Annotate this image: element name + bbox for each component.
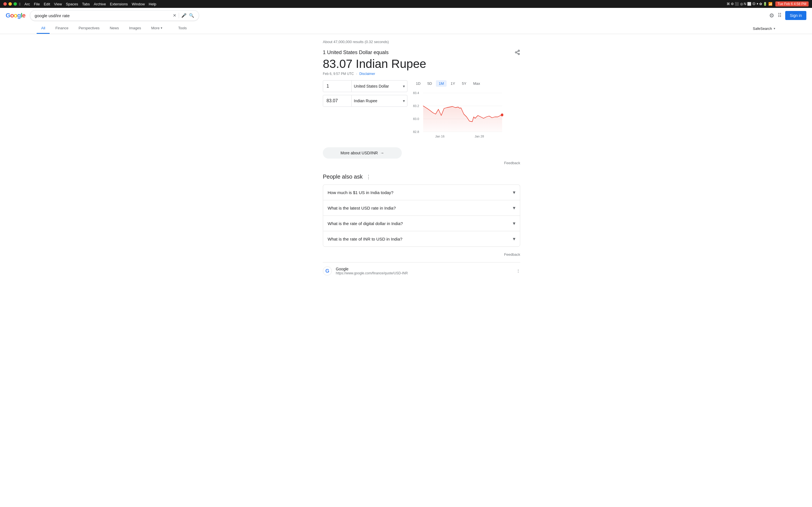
to-currency-select[interactable]: Indian Rupee United States Dollar Euro B… <box>352 96 407 106</box>
paa-header: People also ask ⋮ <box>323 173 520 180</box>
converter: United States Dollar Indian Rupee Euro B… <box>323 80 407 107</box>
tab-perspectives[interactable]: Perspectives <box>74 23 104 34</box>
menu-archive[interactable]: Archive <box>94 2 106 6</box>
settings-icon[interactable]: ⚙ <box>769 12 774 19</box>
chart-svg-wrapper: 83.4 83.2 83.0 82.8 <box>413 90 520 142</box>
tab-tools[interactable]: Tools <box>174 23 191 34</box>
menu-file[interactable]: File <box>34 2 40 6</box>
menu-help[interactable]: Help <box>149 2 156 6</box>
paa-chevron-2: ▾ <box>513 205 515 211</box>
to-value-input[interactable] <box>323 96 351 106</box>
more-arrow-icon: ▾ <box>161 26 162 30</box>
currency-date-text: Feb 6, 9:57 PM UTC <box>323 72 354 76</box>
apps-icon[interactable]: ⠿ <box>777 12 782 19</box>
results-count: About 47,000,000 results (0.32 seconds) <box>323 40 520 44</box>
feedback-1[interactable]: Feedback <box>323 161 520 165</box>
tab-images[interactable]: Images <box>124 23 146 34</box>
search-submit-icon[interactable]: 🔍 <box>189 13 194 18</box>
apple-menu[interactable]:  <box>19 2 20 6</box>
currency-widget: 1 United States Dollar equals 83.07 Indi… <box>323 50 520 165</box>
tab-news[interactable]: News <box>105 23 123 34</box>
traffic-light-red[interactable] <box>3 2 7 6</box>
paa-item-3[interactable]: What is the rate of digital dollar in In… <box>323 216 520 231</box>
svg-text:Jan 16: Jan 16 <box>435 135 444 138</box>
time-btn-1m[interactable]: 1M <box>436 80 447 87</box>
tab-tools-label: Tools <box>178 26 187 30</box>
safe-search-label: SafeSearch <box>753 26 772 31</box>
paa-item-1[interactable]: How much is $1 US in India today? ▾ <box>323 184 520 200</box>
google-logo[interactable]: Google <box>6 12 26 19</box>
menu-view[interactable]: View <box>54 2 62 6</box>
svg-text:83.4: 83.4 <box>413 91 419 95</box>
menubar-icons: ⌘ ⚙ ⬛ ◎ N ⬜ ⦿ ▶ ✿ 🔋 📶 <box>726 2 772 6</box>
chart-header-row: United States Dollar Indian Rupee Euro B… <box>323 80 520 142</box>
more-about-button[interactable]: More about USD/INR → <box>323 147 402 159</box>
tab-images-label: Images <box>129 26 141 30</box>
paa-question-1: How much is $1 US in India today? <box>327 190 393 195</box>
feedback-label-1: Feedback <box>504 161 520 165</box>
tab-more[interactable]: More ▾ <box>147 23 167 34</box>
paa-section: People also ask ⋮ How much is $1 US in I… <box>323 173 520 247</box>
safe-search[interactable]: SafeSearch ▾ <box>753 26 775 31</box>
menu-arc[interactable]: Arc <box>24 2 30 6</box>
search-bar[interactable]: ✕ 🎤 🔍 <box>30 10 199 21</box>
header-right: ⚙ ⠿ Sign in <box>769 11 806 20</box>
share-button[interactable] <box>515 50 520 57</box>
paa-menu-icon[interactable]: ⋮ <box>366 174 371 180</box>
google-result[interactable]: G Google https://www.google.com/finance/… <box>323 262 520 279</box>
arrow-right-icon: → <box>380 151 384 155</box>
time-btn-1y[interactable]: 1Y <box>448 80 458 87</box>
tab-all[interactable]: All <box>37 23 50 34</box>
tab-news-label: News <box>110 26 119 30</box>
to-currency-row[interactable]: Indian Rupee United States Dollar Euro B… <box>323 95 407 107</box>
time-btn-5d[interactable]: 5D <box>424 80 435 87</box>
menu-tabs[interactable]: Tabs <box>82 2 90 6</box>
mac-clock: Tue Feb 6 4:58 PM <box>775 1 809 6</box>
result-options-icon[interactable]: ⋮ <box>516 269 520 273</box>
time-btn-1d[interactable]: 1D <box>413 80 423 87</box>
tab-perspectives-label: Perspectives <box>79 26 100 30</box>
menu-spaces[interactable]: Spaces <box>66 2 78 6</box>
search-x-icon[interactable]: ✕ <box>173 13 176 18</box>
nav-tabs: All Finance Perspectives News Images Mor… <box>0 23 812 34</box>
currency-main-area: 1 United States Dollar equals 83.07 Indi… <box>323 50 520 80</box>
paa-item-2[interactable]: What is the latest USD rate in India? ▾ <box>323 200 520 216</box>
result-info: Google https://www.google.com/finance/qu… <box>336 267 512 275</box>
svg-text:83.0: 83.0 <box>413 117 419 121</box>
result-site-name: Google <box>336 267 512 271</box>
sign-in-button[interactable]: Sign in <box>785 11 806 20</box>
chart-section: 1D 5D 1M 1Y 5Y Max 83.4 83.2 83.0 82.8 <box>413 80 520 142</box>
search-divider <box>179 13 179 18</box>
traffic-lights <box>3 2 17 6</box>
search-input[interactable] <box>35 13 173 18</box>
menu-window[interactable]: Window <box>132 2 145 6</box>
svg-text:Jan 28: Jan 28 <box>474 135 484 138</box>
traffic-light-yellow[interactable] <box>8 2 12 6</box>
result-url: https://www.google.com/finance/quote/USD… <box>336 271 512 275</box>
mac-menubar:  Arc File Edit View Spaces Tabs Archive… <box>0 0 812 8</box>
feedback-2[interactable]: Feedback <box>323 252 520 257</box>
from-value-input[interactable] <box>323 81 351 92</box>
disclaimer-link[interactable]: Disclaimer <box>359 72 375 76</box>
paa-title: People also ask <box>323 173 363 180</box>
traffic-light-green[interactable] <box>13 2 17 6</box>
svg-line-3 <box>516 53 518 54</box>
time-btn-max[interactable]: Max <box>470 80 483 87</box>
menubar-right: ⌘ ⚙ ⬛ ◎ N ⬜ ⦿ ▶ ✿ 🔋 📶 Tue Feb 6 4:58 PM <box>726 1 809 6</box>
menu-edit[interactable]: Edit <box>44 2 50 6</box>
currency-equals-label: 1 United States Dollar equals <box>323 50 520 55</box>
microphone-icon[interactable]: 🎤 <box>181 13 187 18</box>
from-currency-select[interactable]: United States Dollar Indian Rupee Euro B… <box>352 81 407 91</box>
paa-chevron-4: ▾ <box>513 236 515 242</box>
time-buttons: 1D 5D 1M 1Y 5Y Max <box>413 80 520 87</box>
paa-item-4[interactable]: What is the rate of INR to USD in India?… <box>323 231 520 247</box>
main-content: About 47,000,000 results (0.32 seconds) … <box>286 34 526 285</box>
tab-finance[interactable]: Finance <box>51 23 73 34</box>
svg-line-4 <box>516 51 518 52</box>
time-btn-5y[interactable]: 5Y <box>459 80 469 87</box>
to-currency-select-wrapper[interactable]: Indian Rupee United States Dollar Euro B… <box>352 96 407 106</box>
paa-chevron-1: ▾ <box>513 189 515 195</box>
menu-extensions[interactable]: Extensions <box>110 2 128 6</box>
from-currency-row[interactable]: United States Dollar Indian Rupee Euro B… <box>323 80 407 92</box>
from-currency-select-wrapper[interactable]: United States Dollar Indian Rupee Euro B… <box>352 81 407 91</box>
